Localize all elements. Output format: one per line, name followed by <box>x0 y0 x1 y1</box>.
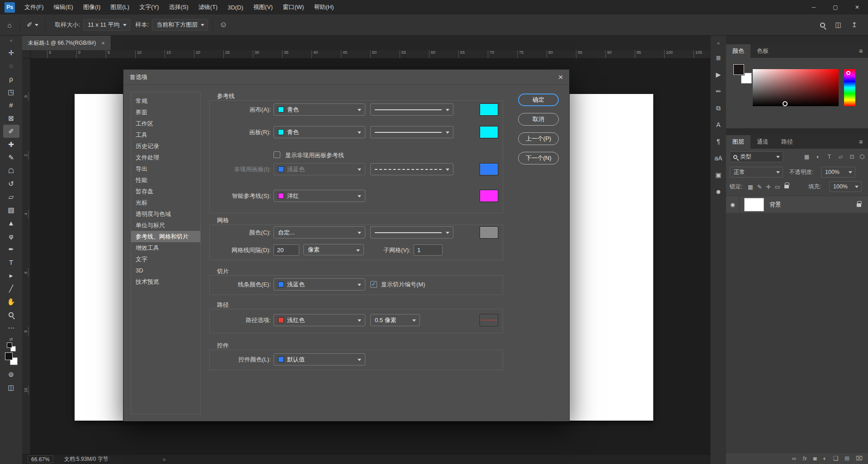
filter-type-icon[interactable]: T <box>826 154 833 160</box>
path-selection-tool[interactable]: ▸ <box>3 269 19 282</box>
subdivision-input[interactable] <box>414 244 443 256</box>
menubar-item-help[interactable]: 帮助(H) <box>309 0 339 14</box>
grid-color-swatch[interactable] <box>480 226 498 239</box>
properties-panel-icon[interactable]: ≣ <box>712 53 724 63</box>
lock-transparency-icon[interactable]: ▦ <box>748 183 753 190</box>
sample-dropdown[interactable]: 当前和下方图层 <box>152 19 208 31</box>
gridline-spacing-input[interactable] <box>274 244 299 256</box>
vertical-ruler[interactable]: 0246810 <box>22 59 31 454</box>
sample-size-dropdown[interactable]: 11 x 11 平均 <box>83 19 130 31</box>
menubar-item-edit[interactable]: 编辑(E) <box>49 0 78 14</box>
menubar-item-3d[interactable]: 3D(D) <box>222 0 248 14</box>
layer-mask-icon[interactable]: ◙ <box>813 455 817 462</box>
lock-paint-icon[interactable]: ✎ <box>757 183 762 190</box>
share-icon[interactable]: ↥ <box>851 21 857 29</box>
adobe-stock-panel-icon[interactable]: ▣ <box>712 170 724 180</box>
tab-color[interactable]: 颜色 <box>726 44 750 58</box>
lock-move-icon[interactable]: ✛ <box>766 183 770 190</box>
menubar-item-type[interactable]: 文字(Y) <box>134 0 164 14</box>
pref-category-6[interactable]: 文件处理 <box>131 152 200 163</box>
workspace-switcher-icon[interactable]: ◫ <box>835 21 841 29</box>
inactive-artboard-style-dropdown[interactable] <box>370 163 453 175</box>
document-tab[interactable]: 未标题-1 @ 66.7%(RGB/8#) × <box>22 36 111 50</box>
menubar-item-filter[interactable]: 滤镜(T) <box>193 0 223 14</box>
glyphs-panel-icon[interactable]: aA <box>712 153 724 163</box>
horizontal-ruler[interactable]: 5051015202530354045505560657075808590951… <box>31 50 710 59</box>
tab-channels[interactable]: 通道 <box>750 135 775 149</box>
canvas-guide-swatch[interactable] <box>480 103 498 116</box>
artboard-guide-style-dropdown[interactable] <box>370 126 453 138</box>
show-inactive-guides-checkbox[interactable] <box>274 151 280 158</box>
home-icon[interactable]: ⌂ <box>4 21 15 29</box>
hand-tool[interactable]: ✋ <box>3 295 19 308</box>
next-button[interactable]: 下一个(N) <box>518 152 559 164</box>
smart-guides-color-dropdown[interactable]: 洋红 <box>274 190 365 202</box>
sampling-ring-icon[interactable]: ☺ <box>217 20 229 29</box>
layer-visibility-eye-icon[interactable]: ◉ <box>726 196 740 213</box>
menubar-item-window[interactable]: 窗口(W) <box>278 0 309 14</box>
tab-close-icon[interactable]: × <box>101 40 105 47</box>
libraries-panel-icon[interactable]: ☻ <box>712 187 724 197</box>
filter-smart-object-icon[interactable]: ⊡ <box>849 154 855 160</box>
actions-panel-icon[interactable]: ▶ <box>712 70 724 80</box>
history-brush-tool[interactable]: ↺ <box>3 177 19 190</box>
pref-category-11[interactable]: 透明度与色域 <box>131 208 200 220</box>
slice-line-color-dropdown[interactable]: 浅蓝色 <box>274 278 365 291</box>
frame-tool[interactable]: ⊠ <box>3 112 19 125</box>
zoom-level-field[interactable]: 66.67% <box>28 455 53 463</box>
path-preview-swatch[interactable] <box>480 314 498 326</box>
canvas-guide-style-dropdown[interactable] <box>370 103 453 116</box>
opacity-dropdown[interactable]: 100% <box>821 167 855 178</box>
edit-toolbar[interactable]: ⋯ <box>3 321 19 334</box>
path-color-dropdown[interactable]: 浅红色 <box>274 314 365 326</box>
hue-slider-marker[interactable] <box>846 71 850 75</box>
hue-slider[interactable] <box>844 69 855 106</box>
current-tool-button[interactable]: ✐ <box>25 21 40 29</box>
blend-mode-dropdown[interactable]: 正常 <box>730 167 783 178</box>
pref-category-5[interactable]: 历史记录 <box>131 141 200 152</box>
inactive-artboard-swatch[interactable] <box>480 163 498 175</box>
foreground-background-colors[interactable] <box>5 352 18 365</box>
quick-mask-button[interactable]: ⊚ <box>3 368 19 381</box>
layer-filter-dropdown[interactable]: 类型 <box>730 151 783 162</box>
pref-category-16[interactable]: 3D <box>131 265 200 276</box>
clone-source-panel-icon[interactable]: ⧉ <box>712 103 724 113</box>
panel-menu-icon[interactable]: ≡ <box>854 44 868 58</box>
foreground-color-swatch[interactable] <box>5 352 13 360</box>
artboard-guide-color-dropdown[interactable]: 青色 <box>274 126 365 138</box>
brush-tool[interactable]: ✎ <box>3 151 19 164</box>
healing-brush-tool[interactable]: ✚ <box>3 138 19 151</box>
panel-menu-icon[interactable]: ≡ <box>854 135 868 149</box>
crop-tool[interactable]: # <box>3 98 19 112</box>
pen-tool[interactable]: ✒ <box>3 243 19 256</box>
show-slice-numbers-checkbox[interactable] <box>370 281 377 288</box>
filter-pixel-icon[interactable]: ▦ <box>803 154 810 160</box>
link-layers-icon[interactable]: ∞ <box>792 455 796 462</box>
tab-swatches[interactable]: 色板 <box>750 44 775 58</box>
gradient-tool[interactable]: ▧ <box>3 203 19 216</box>
menubar-item-view[interactable]: 视图(V) <box>248 0 278 14</box>
eraser-tool[interactable]: ▱ <box>3 190 19 203</box>
collapse-panels-icon[interactable]: « <box>712 40 724 46</box>
smart-guides-swatch[interactable] <box>480 190 498 202</box>
grid-color-dropdown[interactable]: 自定... <box>274 226 365 239</box>
eyedropper-tool[interactable]: ✐ <box>3 125 19 138</box>
saturation-brightness-field[interactable] <box>753 69 839 106</box>
grid-style-dropdown[interactable] <box>370 226 453 239</box>
default-colors-control[interactable] <box>7 342 16 352</box>
pref-category-8[interactable]: 性能 <box>131 174 200 186</box>
type-tool[interactable]: T <box>3 256 19 269</box>
object-selection-tool[interactable]: ◳ <box>3 85 19 98</box>
clone-stamp-tool[interactable]: ☖ <box>3 164 19 177</box>
control-color-dropdown[interactable]: 默认值 <box>274 353 365 366</box>
lock-artboard-icon[interactable]: ▭ <box>775 183 780 190</box>
delete-layer-icon[interactable]: ⌧ <box>856 455 863 462</box>
brush-settings-panel-icon[interactable]: ✏ <box>712 86 724 96</box>
lock-all-icon[interactable] <box>784 185 789 188</box>
line-tool[interactable]: ╱ <box>3 282 19 295</box>
tab-paths[interactable]: 路径 <box>775 135 799 149</box>
menubar-item-layer[interactable]: 图层(L) <box>105 0 134 14</box>
close-button[interactable]: ✕ <box>846 0 868 14</box>
dialog-close-icon[interactable]: ✕ <box>552 70 569 85</box>
menubar-item-file[interactable]: 文件(F) <box>19 0 49 14</box>
